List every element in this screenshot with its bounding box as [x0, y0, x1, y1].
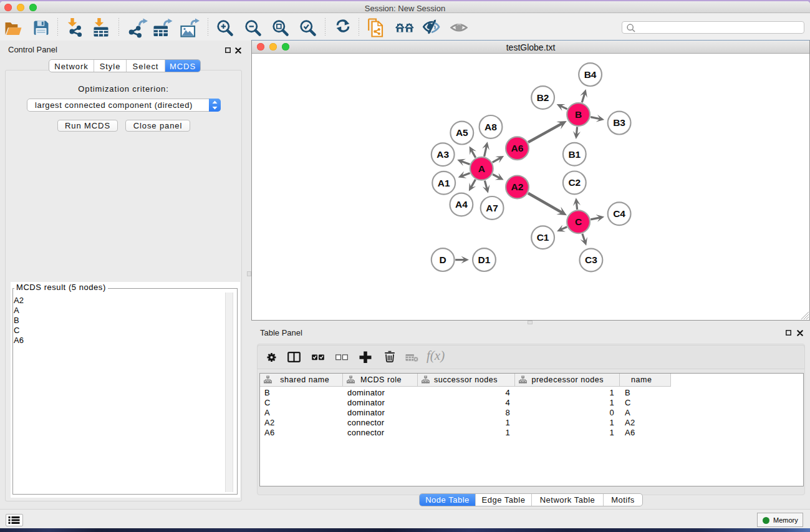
svg-text:B3: B3	[613, 117, 625, 128]
svg-text:A7: A7	[486, 203, 498, 213]
svg-text:D: D	[440, 254, 446, 265]
svg-text:A5: A5	[456, 127, 468, 138]
svg-text:C4: C4	[613, 208, 625, 219]
svg-text:C3: C3	[585, 254, 597, 265]
svg-text:B4: B4	[584, 69, 597, 80]
svg-text:A4: A4	[455, 199, 468, 210]
svg-text:A2: A2	[511, 181, 524, 192]
svg-text:A6: A6	[511, 143, 524, 153]
svg-text:A: A	[478, 163, 485, 174]
svg-text:B1: B1	[568, 149, 581, 160]
svg-text:C: C	[575, 216, 582, 227]
svg-text:A8: A8	[485, 122, 497, 132]
svg-text:A3: A3	[436, 149, 449, 160]
svg-text:C1: C1	[537, 232, 549, 243]
svg-text:D1: D1	[478, 254, 491, 265]
svg-text:A1: A1	[438, 178, 450, 188]
svg-text:B: B	[575, 109, 582, 120]
svg-text:C2: C2	[568, 177, 581, 188]
svg-text:B2: B2	[537, 92, 549, 103]
